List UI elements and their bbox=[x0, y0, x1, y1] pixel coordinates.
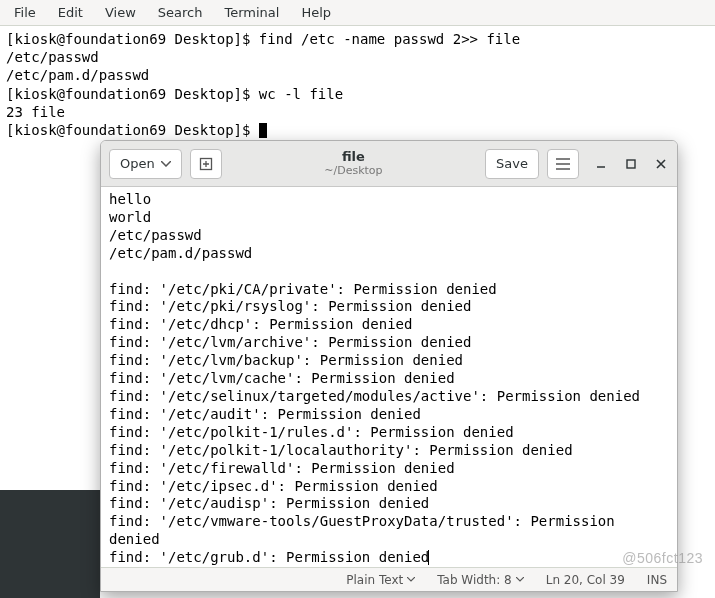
insert-mode: INS bbox=[647, 573, 667, 587]
gedit-text-area[interactable]: hello world /etc/passwd /etc/pam.d/passw… bbox=[101, 187, 677, 567]
close-icon bbox=[656, 159, 666, 169]
file-line: find: '/etc/pki/CA/private': Permission … bbox=[109, 281, 497, 297]
text-cursor bbox=[428, 550, 429, 565]
syntax-label: Plain Text bbox=[346, 573, 403, 587]
file-line: world bbox=[109, 209, 151, 225]
file-line: find: '/etc/audit': Permission denied bbox=[109, 406, 421, 422]
file-line: find: '/etc/polkit-1/rules.d': Permissio… bbox=[109, 424, 514, 440]
file-line: /etc/pam.d/passwd bbox=[109, 245, 252, 261]
close-button[interactable] bbox=[653, 159, 669, 169]
menu-view[interactable]: View bbox=[95, 2, 146, 23]
window-subtitle: ~/Desktop bbox=[230, 165, 477, 177]
title-area: file ~/Desktop bbox=[230, 150, 477, 176]
window-title: file bbox=[230, 150, 477, 164]
terminal-body[interactable]: [kiosk@foundation69 Desktop]$ find /etc … bbox=[0, 26, 715, 143]
menu-edit[interactable]: Edit bbox=[48, 2, 93, 23]
file-line: find: '/etc/ipsec.d': Permission denied bbox=[109, 478, 438, 494]
tab-width-selector[interactable]: Tab Width: 8 bbox=[437, 573, 523, 587]
terminal-menubar: File Edit View Search Terminal Help bbox=[0, 0, 715, 26]
desktop-background-strip bbox=[0, 490, 100, 598]
menu-file[interactable]: File bbox=[4, 2, 46, 23]
gedit-window: Open file ~/Desktop Save hello bbox=[100, 140, 678, 592]
file-line: find: '/etc/grub.d': Permission denied bbox=[109, 549, 429, 565]
cursor-position: Ln 20, Col 39 bbox=[546, 573, 625, 587]
terminal-cursor bbox=[259, 123, 267, 138]
terminal-line: 23 file bbox=[6, 104, 65, 120]
minimize-button[interactable] bbox=[593, 159, 609, 169]
file-line: /etc/passwd bbox=[109, 227, 202, 243]
maximize-button[interactable] bbox=[623, 159, 639, 169]
tab-width-label: Tab Width: 8 bbox=[437, 573, 511, 587]
file-line: find: '/etc/dhcp': Permission denied bbox=[109, 316, 412, 332]
chevron-down-icon bbox=[161, 161, 171, 167]
chevron-down-icon bbox=[407, 577, 415, 582]
terminal-line: /etc/passwd bbox=[6, 49, 99, 65]
svg-rect-1 bbox=[627, 160, 635, 168]
menu-help[interactable]: Help bbox=[291, 2, 341, 23]
menu-search[interactable]: Search bbox=[148, 2, 213, 23]
window-controls bbox=[593, 159, 669, 169]
menu-terminal[interactable]: Terminal bbox=[214, 2, 289, 23]
file-line: find: '/etc/selinux/targeted/modules/act… bbox=[109, 388, 640, 404]
save-button[interactable]: Save bbox=[485, 149, 539, 179]
file-line: find: '/etc/lvm/backup': Permission deni… bbox=[109, 352, 463, 368]
file-line: find: '/etc/lvm/cache': Permission denie… bbox=[109, 370, 455, 386]
chevron-down-icon bbox=[516, 577, 524, 582]
terminal-line: [kiosk@foundation69 Desktop]$ bbox=[6, 122, 259, 138]
maximize-icon bbox=[626, 159, 636, 169]
new-document-icon bbox=[199, 157, 213, 171]
open-button-label: Open bbox=[120, 156, 155, 171]
file-line: find: '/etc/pki/rsyslog': Permission den… bbox=[109, 298, 471, 314]
file-line: find: '/etc/firewalld': Permission denie… bbox=[109, 460, 455, 476]
new-tab-button[interactable] bbox=[190, 149, 222, 179]
terminal-line: [kiosk@foundation69 Desktop]$ wc -l file bbox=[6, 86, 343, 102]
hamburger-icon bbox=[556, 158, 570, 170]
terminal-line: [kiosk@foundation69 Desktop]$ find /etc … bbox=[6, 31, 520, 47]
save-button-label: Save bbox=[496, 156, 528, 171]
file-line: find: '/etc/audisp': Permission denied bbox=[109, 495, 429, 511]
file-line: hello bbox=[109, 191, 151, 207]
file-line: find: '/etc/lvm/archive': Permission den… bbox=[109, 334, 471, 350]
terminal-line: /etc/pam.d/passwd bbox=[6, 67, 149, 83]
file-line: find: '/etc/vmware-tools/GuestProxyData/… bbox=[109, 513, 623, 547]
gedit-headerbar: Open file ~/Desktop Save bbox=[101, 141, 677, 187]
file-line: find: '/etc/polkit-1/localauthority': Pe… bbox=[109, 442, 573, 458]
minimize-icon bbox=[596, 159, 606, 169]
watermark: @506fct123 bbox=[622, 550, 703, 566]
gedit-statusbar: Plain Text Tab Width: 8 Ln 20, Col 39 IN… bbox=[101, 567, 677, 591]
open-button[interactable]: Open bbox=[109, 149, 182, 179]
hamburger-menu-button[interactable] bbox=[547, 149, 579, 179]
syntax-selector[interactable]: Plain Text bbox=[346, 573, 415, 587]
